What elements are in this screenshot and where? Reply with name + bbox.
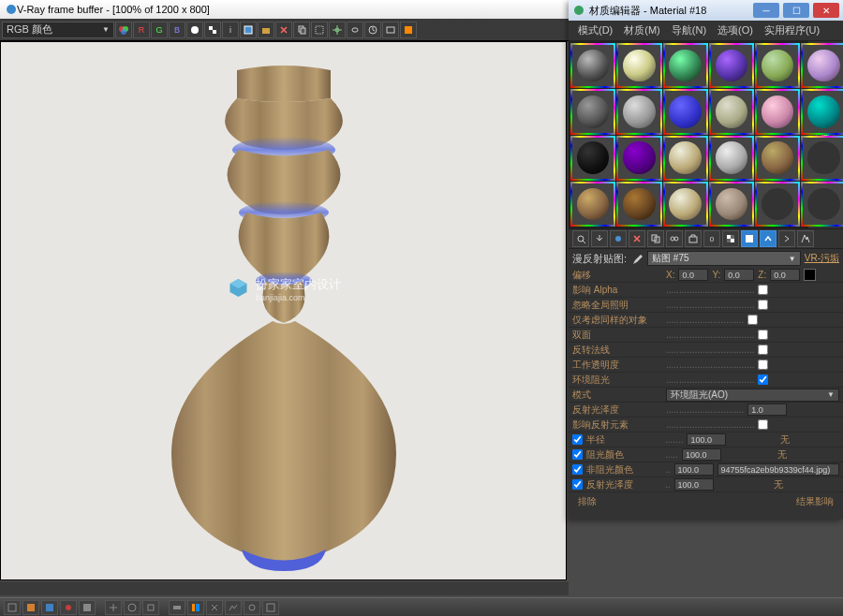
bb-btn-1[interactable] bbox=[4, 600, 21, 615]
show-map-button[interactable] bbox=[722, 230, 739, 247]
radius-check[interactable] bbox=[572, 434, 583, 445]
make-copy-button[interactable] bbox=[647, 230, 664, 247]
material-editor-titlebar[interactable]: 材质编辑器 - Material #18 ─ ☐ ✕ bbox=[569, 0, 843, 21]
same-objects-checkbox[interactable] bbox=[747, 315, 758, 325]
menu-navigation[interactable]: 导航(N) bbox=[666, 22, 712, 39]
refl2-spinner[interactable]: 100.0 bbox=[674, 478, 714, 491]
material-slot[interactable] bbox=[801, 182, 843, 227]
material-slot[interactable] bbox=[616, 43, 661, 88]
radius-map-button[interactable]: 无 bbox=[730, 433, 839, 447]
render-viewport[interactable]: 扮家家室内设计 banjiajia.com bbox=[0, 41, 567, 580]
color-correct-button[interactable] bbox=[400, 22, 417, 38]
material-slot[interactable] bbox=[801, 136, 843, 181]
env-occlusion-checkbox[interactable] bbox=[758, 374, 768, 385]
map-type-button[interactable]: VR-污垢 bbox=[805, 252, 839, 265]
menu-utilities[interactable]: 实用程序(U) bbox=[759, 22, 825, 39]
material-id-button[interactable]: 0 bbox=[703, 230, 720, 247]
material-slot[interactable] bbox=[755, 89, 800, 134]
double-sided-checkbox[interactable] bbox=[758, 330, 768, 340]
history-button[interactable] bbox=[364, 22, 381, 38]
occ-color-check[interactable] bbox=[572, 449, 583, 460]
material-slot[interactable] bbox=[755, 136, 800, 181]
ignore-gi-checkbox[interactable] bbox=[758, 300, 768, 310]
lens-fx-button[interactable] bbox=[382, 22, 399, 38]
copy-button[interactable] bbox=[293, 22, 310, 38]
offset-swatch[interactable] bbox=[804, 269, 816, 281]
material-slot[interactable] bbox=[755, 182, 800, 227]
track-mouse-button[interactable] bbox=[329, 22, 346, 38]
occ-map-button[interactable]: 无 bbox=[725, 448, 839, 462]
go-forward-button[interactable] bbox=[778, 230, 795, 247]
bb-btn-14[interactable] bbox=[262, 600, 279, 615]
put-to-scene-button[interactable] bbox=[591, 230, 608, 247]
bb-btn-5[interactable] bbox=[79, 600, 96, 615]
affect-refl-checkbox[interactable] bbox=[758, 419, 768, 430]
menu-options[interactable]: 选项(O) bbox=[712, 22, 759, 39]
info-button[interactable]: i bbox=[222, 22, 239, 38]
material-slot[interactable] bbox=[755, 43, 800, 88]
channel-dropdown[interactable]: RGB 颜色 ▼ bbox=[2, 22, 114, 38]
close-button[interactable]: ✕ bbox=[813, 3, 839, 18]
minimize-button[interactable]: ─ bbox=[753, 3, 779, 18]
exclude-button[interactable]: 排除 bbox=[578, 495, 597, 508]
material-slot[interactable] bbox=[570, 43, 615, 88]
show-end-result-button[interactable] bbox=[741, 230, 758, 247]
offset-y-spinner[interactable]: 0.0 bbox=[724, 269, 754, 281]
region-button[interactable] bbox=[311, 22, 328, 38]
reset-button[interactable] bbox=[629, 230, 645, 247]
mono-button[interactable] bbox=[186, 22, 203, 38]
mode-dropdown[interactable]: 环境阻光(AO)▼ bbox=[666, 389, 839, 402]
bb-btn-7[interactable] bbox=[124, 600, 140, 615]
link-button[interactable] bbox=[347, 22, 363, 38]
refl2-map-button[interactable]: 无 bbox=[717, 478, 839, 491]
material-slot[interactable] bbox=[663, 182, 708, 227]
material-slot[interactable] bbox=[570, 89, 615, 134]
bb-btn-13[interactable] bbox=[244, 600, 260, 615]
menu-material[interactable]: 材质(M) bbox=[618, 22, 666, 39]
maximize-button[interactable]: ☐ bbox=[783, 3, 809, 18]
material-slot[interactable] bbox=[709, 182, 754, 227]
material-slot[interactable] bbox=[616, 136, 661, 181]
material-slot[interactable] bbox=[709, 136, 754, 181]
material-slot[interactable] bbox=[801, 43, 843, 88]
eyedropper-icon[interactable] bbox=[630, 252, 643, 265]
affect-alpha-checkbox[interactable] bbox=[758, 285, 768, 295]
vray-title-bar[interactable]: V-Ray frame buffer - [100% of 1200 x 800… bbox=[0, 0, 569, 19]
bb-btn-4[interactable] bbox=[60, 600, 77, 615]
go-parent-button[interactable] bbox=[760, 230, 776, 247]
material-slot[interactable] bbox=[616, 182, 661, 227]
material-slot[interactable] bbox=[663, 89, 708, 134]
material-slot[interactable] bbox=[663, 136, 708, 181]
unocc-color-check[interactable] bbox=[572, 464, 583, 475]
occ-spinner[interactable]: 100.0 bbox=[682, 448, 721, 461]
material-slot[interactable] bbox=[570, 136, 615, 181]
material-slot[interactable] bbox=[616, 89, 661, 134]
offset-z-spinner[interactable]: 0.0 bbox=[770, 269, 800, 281]
material-slot[interactable] bbox=[801, 89, 843, 134]
green-channel-button[interactable]: G bbox=[151, 22, 168, 38]
material-slot[interactable] bbox=[570, 182, 615, 227]
pick-from-object-button[interactable] bbox=[797, 230, 814, 247]
radius-spinner[interactable]: 100.0 bbox=[687, 433, 726, 446]
bb-btn-2[interactable] bbox=[22, 600, 39, 615]
unocc-spinner[interactable]: 100.0 bbox=[674, 463, 714, 476]
result-affect-button[interactable]: 结果影响 bbox=[796, 495, 834, 508]
material-slot[interactable] bbox=[663, 43, 708, 88]
bb-btn-6[interactable] bbox=[105, 600, 122, 615]
blue-channel-button[interactable]: B bbox=[169, 22, 185, 38]
bb-btn-10[interactable] bbox=[187, 600, 204, 615]
offset-x-spinner[interactable]: 0.0 bbox=[678, 269, 708, 281]
bb-btn-8[interactable] bbox=[142, 600, 159, 615]
unocc-map-button[interactable]: 94755fca2eb9b9339cf44.jpg) bbox=[717, 463, 839, 476]
clear-button[interactable] bbox=[275, 22, 292, 38]
refl-gloss-spinner[interactable]: 1.0 bbox=[747, 403, 787, 416]
material-slot[interactable] bbox=[709, 43, 754, 88]
alpha-button[interactable] bbox=[204, 22, 221, 38]
red-channel-button[interactable]: R bbox=[133, 22, 150, 38]
material-slot[interactable] bbox=[709, 89, 754, 134]
menu-mode[interactable]: 模式(D) bbox=[572, 22, 618, 39]
work-transp-checkbox[interactable] bbox=[758, 359, 768, 370]
invert-normal-checkbox[interactable] bbox=[758, 345, 768, 355]
make-unique-button[interactable] bbox=[666, 230, 683, 247]
load-button[interactable] bbox=[258, 22, 274, 38]
